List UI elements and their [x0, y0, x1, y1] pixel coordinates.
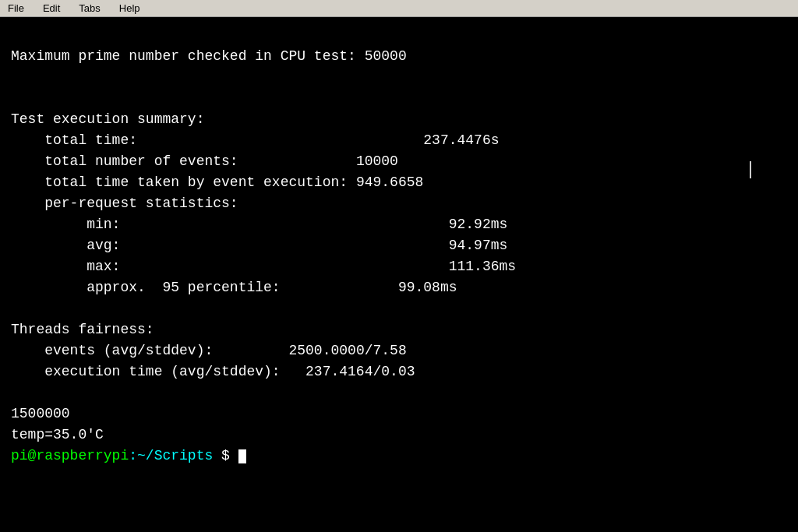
terminal-output: Maximum prime number checked in CPU test… — [11, 25, 787, 488]
prompt-symbol: $ — [213, 448, 238, 463]
prompt-path: :~/Scripts — [129, 448, 213, 463]
summary-header: Test execution summary: — [11, 111, 204, 127]
menu-help[interactable]: Help — [115, 1, 145, 16]
cpu-test-line: Maximum prime number checked in CPU test… — [11, 48, 407, 64]
menu-bar: File Edit Tabs Help — [0, 0, 798, 17]
menu-edit[interactable]: Edit — [38, 1, 65, 16]
exec-time-row: execution time (avg/stddev): 237.4164/0.… — [11, 364, 415, 379]
extra-value: 1500000 — [11, 406, 70, 421]
min-row: min: 92.92ms — [11, 217, 507, 232]
menu-file[interactable]: File — [3, 1, 29, 16]
total-time-row: total time: 237.4476s — [11, 132, 500, 148]
total-events-row: total number of events: 10000 — [11, 153, 398, 169]
events-row: events (avg/stddev): 2500.0000/7.58 — [11, 343, 407, 358]
cursor-line — [750, 161, 751, 178]
per-request-row: per-request statistics: — [11, 196, 238, 211]
avg-row: avg: 94.97ms — [11, 238, 507, 253]
terminal-window[interactable]: Maximum prime number checked in CPU test… — [0, 17, 798, 532]
temp-value: temp=35.0'C — [11, 427, 104, 442]
total-time-exec-row: total time taken by event execution: 949… — [11, 174, 423, 190]
approx-row: approx. 95 percentile: 99.08ms — [11, 280, 457, 295]
cursor-block — [238, 449, 246, 463]
threads-header: Threads fairness: — [11, 322, 154, 337]
max-row: max: 111.36ms — [11, 259, 516, 274]
prompt-line[interactable]: pi@raspberrypi:~/Scripts $ — [11, 448, 246, 463]
menu-tabs[interactable]: Tabs — [74, 1, 104, 16]
